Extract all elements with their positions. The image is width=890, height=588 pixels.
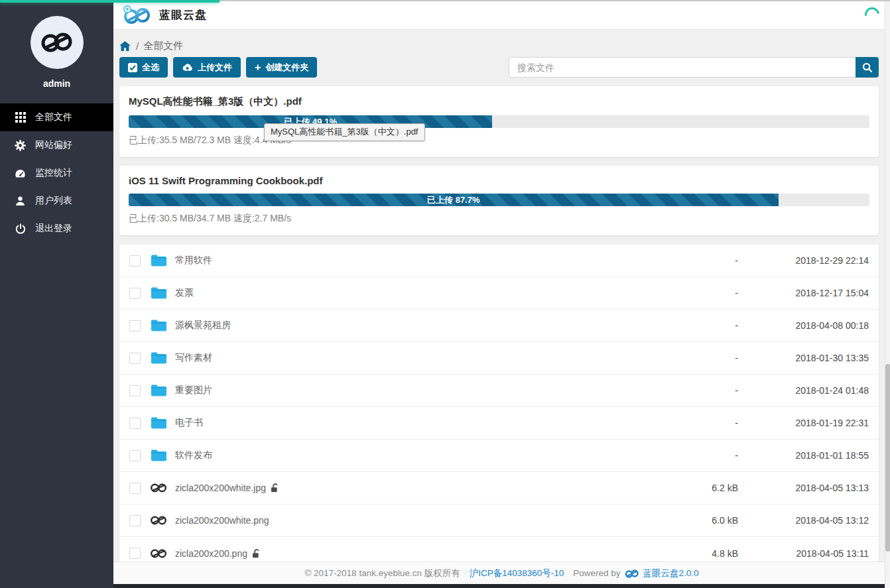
icp-link[interactable]: 沪ICP备14038360号-10 (470, 567, 564, 579)
eyeblue-logo-icon (624, 568, 640, 578)
upload-progress-track: 已上传 87.7% (129, 194, 869, 206)
file-name[interactable]: zicla200x200white.jpg (175, 483, 266, 493)
create-folder-label: 创建文件夹 (265, 62, 308, 74)
file-date: 2018-01-19 22:31 (759, 418, 869, 428)
create-folder-button[interactable]: + 创建文件夹 (246, 57, 317, 78)
upload-progress-fill: 已上传 87.7% (129, 194, 779, 206)
sidebar-item-logout[interactable]: 退出登录 (0, 215, 113, 243)
file-date: 2018-12-17 15:04 (759, 288, 869, 298)
table-row[interactable]: 软件发布 - 2018-01-01 18:55 (119, 440, 879, 472)
row-checkbox[interactable] (129, 385, 141, 396)
file-size: - (665, 288, 738, 298)
table-row[interactable]: 重要图片 - 2018-01-24 01:48 (119, 375, 879, 407)
file-name[interactable]: 源枫景苑租房 (175, 320, 231, 331)
sidebar-item-label: 退出登录 (35, 223, 72, 235)
eyeblue-logo-icon (122, 5, 153, 25)
row-checkbox[interactable] (129, 353, 141, 364)
file-size: - (665, 418, 738, 428)
file-size: 6.0 kB (665, 515, 738, 526)
upload-progress-track: 已上传 49.1% (129, 115, 869, 128)
file-name[interactable]: zicla200x200.png (175, 548, 247, 559)
upload-detail: 已上传:30.5 MB/34.7 MB 速度:2.7 MB/s (129, 213, 869, 225)
row-checkbox[interactable] (129, 515, 141, 526)
folder-icon (150, 384, 167, 396)
file-name[interactable]: 常用软件 (175, 255, 212, 266)
zicla-logo-thumbnail (150, 548, 167, 559)
sidebar-item-monitoring-stats[interactable]: 监控统计 (0, 159, 113, 187)
row-checkbox[interactable] (129, 255, 141, 266)
file-size: - (665, 450, 738, 461)
folder-icon (150, 287, 167, 299)
upload-filename: MySQL高性能书籍_第3版（中文）.pdf (129, 95, 869, 108)
select-all-button[interactable]: 全选 (119, 57, 168, 78)
sidebar-item-all-files[interactable]: 全部文件 (0, 103, 113, 131)
folder-icon (150, 352, 167, 364)
file-name[interactable]: zicla200x200white.png (175, 515, 269, 526)
folder-icon (150, 449, 167, 461)
home-icon[interactable] (119, 41, 131, 51)
sidebar-item-label: 全部文件 (35, 111, 72, 123)
file-name[interactable]: 重要图片 (175, 384, 212, 396)
row-checkbox[interactable] (129, 320, 141, 331)
filename-tooltip: MySQL高性能书籍_第3版（中文）.pdf (264, 123, 425, 141)
file-size: - (665, 385, 738, 396)
scrollbar[interactable] (885, 0, 890, 588)
version-link[interactable]: 蓝眼云盘2.0.0 (643, 567, 699, 579)
breadcrumb: / 全部文件 (119, 30, 879, 53)
row-checkbox[interactable] (129, 548, 141, 559)
table-row[interactable]: 电子书 - 2018-01-19 22:31 (119, 407, 879, 440)
toolbar: 全选 上传文件 + 创建文件夹 (119, 57, 879, 78)
sidebar-item-site-preferences[interactable]: 网站偏好 (0, 131, 113, 159)
upload-file-button[interactable]: 上传文件 (173, 57, 241, 78)
table-row[interactable]: zicla200x200white.png 6.0 kB 2018-04-05 … (119, 504, 879, 537)
scrollbar-thumb[interactable] (885, 364, 890, 552)
upload-filename: iOS 11 Swift Programming Cookbook.pdf (129, 175, 869, 186)
upload-progress-label: 已上传 87.7% (427, 194, 479, 206)
row-checkbox[interactable] (129, 288, 141, 299)
table-row[interactable]: 写作素材 - 2018-01-30 13:35 (119, 342, 879, 375)
sidebar-item-label: 用户列表 (35, 195, 72, 207)
file-name[interactable]: 写作素材 (175, 352, 212, 364)
search-button[interactable] (856, 57, 879, 78)
table-row[interactable]: zicla200x200white.jpg 6.2 kB 2018-04-05 … (119, 472, 879, 504)
sidebar-item-label: 网站偏好 (35, 139, 72, 151)
file-date: 2018-04-05 13:12 (759, 515, 869, 526)
file-date: 2018-12-29 22:14 (759, 255, 869, 266)
file-name[interactable]: 软件发布 (175, 449, 212, 461)
table-row[interactable]: 源枫景苑租房 - 2018-04-08 00:18 (119, 310, 879, 342)
zicla-logo-icon (40, 31, 74, 54)
main-content: / 全部文件 全选 上传文件 + 创建文件夹 (113, 30, 890, 561)
sidebar: admin 全部文件 网站偏好 监控统计 用户列表 (0, 0, 113, 588)
grid-icon (15, 112, 26, 123)
search-input[interactable] (509, 57, 856, 78)
file-size: 4.8 kB (665, 548, 738, 559)
file-name[interactable]: 发票 (175, 287, 194, 299)
breadcrumb-separator: / (136, 40, 139, 52)
file-size: 6.2 kB (665, 483, 738, 493)
username: admin (0, 78, 113, 89)
file-size: - (665, 255, 738, 266)
file-name[interactable]: 电子书 (175, 417, 203, 429)
table-row[interactable]: zicla200x200.png 4.8 kB 2018-04-05 13:11 (119, 537, 879, 561)
row-checkbox[interactable] (129, 483, 141, 494)
check-square-icon (128, 63, 137, 72)
page-loading-track (220, 0, 890, 1)
table-row[interactable]: 常用软件 - 2018-12-29 22:14 (119, 245, 879, 277)
search-box (509, 57, 879, 78)
unlock-icon (271, 483, 279, 493)
file-size: - (665, 320, 738, 331)
row-checkbox[interactable] (129, 450, 141, 461)
gear-icon (15, 140, 26, 151)
avatar[interactable] (31, 16, 84, 69)
table-row[interactable]: 发票 - 2018-12-17 15:04 (119, 277, 879, 310)
powered-by-text: Powered by (573, 568, 620, 578)
footer: © 2017-2018 tank.eyeblue.cn 版权所有 沪ICP备14… (113, 561, 890, 584)
upload-detail: 已上传:35.5 MB/72.3 MB 速度:4.4 MB/s (129, 135, 869, 147)
plus-icon: + (255, 62, 261, 73)
row-checkbox[interactable] (129, 418, 141, 429)
file-size: - (665, 353, 738, 363)
sidebar-item-user-list[interactable]: 用户列表 (0, 187, 113, 215)
file-date: 2018-04-05 13:11 (759, 548, 869, 559)
upload-card: iOS 11 Swift Programming Cookbook.pdf 已上… (119, 166, 879, 235)
loading-spinner (862, 5, 883, 25)
